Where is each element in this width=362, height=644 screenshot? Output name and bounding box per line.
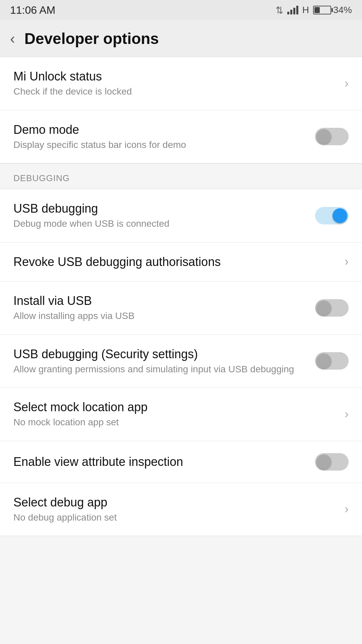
setting-mi-unlock-subtitle: Check if the device is locked [13,86,338,98]
setting-debug-app-text: Select debug app No debug application se… [13,495,338,524]
usb-security-toggle-track [315,352,349,370]
setting-install-via-usb-title: Install via USB [13,293,308,308]
setting-usb-security-title: USB debugging (Security settings) [13,347,308,361]
status-icons: ⇅ H 34% [276,5,352,16]
view-attribute-toggle-track [315,453,349,471]
setting-demo-mode-title: Demo mode [13,122,308,137]
setting-mi-unlock-title: Mi Unlock status [13,69,338,84]
setting-usb-security[interactable]: USB debugging (Security settings) Allow … [0,335,362,388]
setting-view-attribute[interactable]: Enable view attribute inspection [0,441,362,483]
setting-mi-unlock[interactable]: Mi Unlock status Check if the device is … [0,57,362,110]
view-attribute-toggle-thumb [316,454,331,469]
network-type: H [302,5,309,15]
chevron-right-icon: › [345,76,349,91]
chevron-right-icon: › [345,502,349,516]
setting-demo-mode-text: Demo mode Display specific status bar ic… [13,122,308,151]
chevron-right-icon: › [345,407,349,421]
setting-debug-app[interactable]: Select debug app No debug application se… [0,483,362,536]
setting-mock-location[interactable]: Select mock location app No mock locatio… [0,388,362,441]
setting-revoke-usb-title: Revoke USB debugging authorisations [13,255,338,269]
usb-debugging-toggle-thumb [333,208,347,223]
setting-mock-location-title: Select mock location app [13,400,338,414]
debugging-section-header: DEBUGGING [0,163,362,189]
battery-percent: 34% [333,5,352,15]
setting-usb-debugging[interactable]: USB debugging Debug mode when USB is con… [0,189,362,243]
battery-icon [313,6,331,14]
setting-demo-mode-subtitle: Display specific status bar icons for de… [13,139,308,151]
install-via-usb-toggle-thumb [316,301,331,315]
usb-debugging-toggle[interactable] [315,207,349,224]
setting-debug-app-subtitle: No debug application set [13,512,338,524]
back-button[interactable]: ‹ [10,30,15,47]
usb-security-toggle-thumb [316,354,331,368]
setting-mock-location-subtitle: No mock location app set [13,416,338,428]
debugging-section-label: DEBUGGING [13,173,70,183]
toolbar: ‹ Developer options [0,20,362,57]
setting-usb-debugging-title: USB debugging [13,201,308,216]
page-title: Developer options [24,30,159,48]
chevron-right-icon: › [345,255,349,269]
setting-demo-mode[interactable]: Demo mode Display specific status bar ic… [0,110,362,164]
status-time: 11:06 AM [10,4,55,16]
setting-usb-security-text: USB debugging (Security settings) Allow … [13,347,308,376]
settings-content: Mi Unlock status Check if the device is … [0,57,362,536]
setting-install-via-usb-text: Install via USB Allow installing apps vi… [13,293,308,322]
setting-install-via-usb-subtitle: Allow installing apps via USB [13,310,308,322]
battery-fill [314,7,320,13]
setting-revoke-usb[interactable]: Revoke USB debugging authorisations › [0,243,362,281]
install-via-usb-toggle-track [315,299,349,317]
usb-security-toggle[interactable] [315,352,349,370]
view-attribute-toggle[interactable] [315,453,349,471]
battery-indicator: 34% [313,5,352,15]
setting-mi-unlock-text: Mi Unlock status Check if the device is … [13,69,338,98]
demo-mode-toggle-track [315,128,349,145]
setting-usb-security-subtitle: Allow granting permissions and simulatin… [13,363,308,375]
setting-debug-app-title: Select debug app [13,495,338,509]
demo-mode-toggle-thumb [316,129,331,144]
demo-mode-toggle[interactable] [315,128,349,145]
status-bar: 11:06 AM ⇅ H 34% [0,0,362,20]
usb-debugging-toggle-track [315,207,349,224]
data-transfer-icon: ⇅ [276,5,283,16]
setting-view-attribute-title: Enable view attribute inspection [13,454,308,469]
setting-install-via-usb[interactable]: Install via USB Allow installing apps vi… [0,281,362,335]
setting-mock-location-text: Select mock location app No mock locatio… [13,400,338,429]
setting-view-attribute-text: Enable view attribute inspection [13,454,308,469]
setting-revoke-usb-text: Revoke USB debugging authorisations [13,255,338,269]
setting-usb-debugging-subtitle: Debug mode when USB is connected [13,218,308,230]
signal-bars-icon [287,6,298,14]
setting-usb-debugging-text: USB debugging Debug mode when USB is con… [13,201,308,230]
install-via-usb-toggle[interactable] [315,299,349,317]
